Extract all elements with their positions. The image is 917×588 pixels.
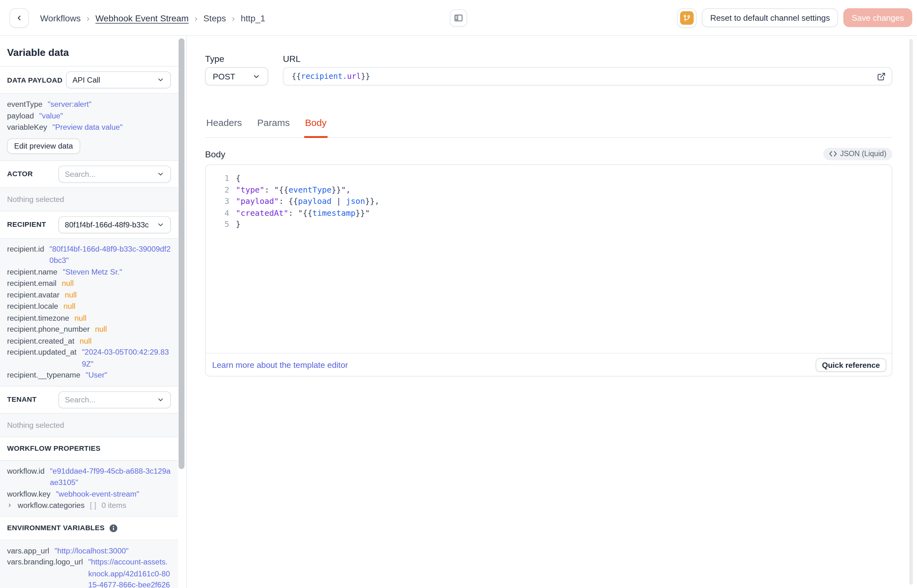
categories-bracket: [ ] [90, 500, 96, 511]
variable-row: recipient.avatarnull [0, 289, 178, 300]
code-token: }}" [356, 208, 370, 217]
variable-value: null [74, 312, 171, 323]
reset-channel-settings-button[interactable]: Reset to default channel settings [702, 8, 838, 27]
commit-badge [680, 11, 694, 24]
recipient-fields-block: recipient.id"80f1f4bf-166d-48f9-b33c-390… [0, 238, 178, 386]
code-token: {{ [292, 72, 301, 81]
code-line: 1{ [206, 173, 892, 184]
template-panel-footer: Learn more about the template editor Qui… [206, 353, 892, 376]
variable-value: null [95, 323, 171, 335]
code-token: } [236, 220, 241, 229]
actor-row: ACTOR Search... [0, 160, 178, 187]
code-line-content: "createdAt": "{{timestamp}}" [236, 207, 370, 219]
code-token: "type" [236, 185, 265, 194]
variable-row: workflow.key"webhook-event-stream" [0, 488, 178, 500]
chevron-right-icon [7, 503, 13, 508]
variable-key: variableKey [7, 121, 47, 133]
code-token: "payload" [236, 196, 279, 206]
url-value: {{recipient.url}} [292, 72, 370, 81]
data-payload-select[interactable]: API Call [66, 71, 171, 88]
code-icon [829, 151, 836, 157]
back-button[interactable] [10, 8, 29, 27]
type-select[interactable]: POST [205, 67, 268, 86]
tenant-label: TENANT [7, 396, 37, 404]
variable-key: workflow.id [7, 465, 45, 477]
variable-value: "e91ddae4-7f99-45cb-a688-3c129aae3105" [50, 465, 171, 488]
code-token: eventType [288, 185, 331, 194]
variable-key: workflow.categories [18, 500, 84, 511]
variable-key: recipient.locale [7, 300, 58, 312]
recipient-select[interactable]: 80f1f4bf-166d-48f9-b33c [58, 216, 171, 233]
top-bar: Workflows›Webhook Event Stream›Steps›htt… [0, 0, 917, 36]
language-badge: JSON (Liquid) [823, 148, 892, 160]
code-line-content: "type": "{{eventType}}", [236, 184, 350, 196]
variable-row: recipient.__typename"User" [0, 369, 178, 381]
breadcrumb-item[interactable]: Webhook Event Stream [95, 13, 189, 23]
tenant-row: TENANT Search... [0, 386, 178, 414]
chevron-left-icon [15, 14, 23, 21]
workflow-fields-block: workflow.id"e91ddae4-7f99-45cb-a688-3c12… [0, 460, 178, 516]
code-token: }}, [365, 196, 379, 206]
variable-key: recipient.updated_at [7, 346, 77, 358]
code-line: 2"type": "{{eventType}}", [206, 184, 892, 196]
app-window: Workflows›Webhook Event Stream›Steps›htt… [0, 0, 917, 588]
variable-key: recipient.timezone [7, 312, 69, 323]
variable-value: "Preview data value" [52, 121, 171, 133]
tab-params[interactable]: Params [256, 118, 291, 138]
variable-key: eventType [7, 98, 43, 110]
expand-editor-button[interactable] [877, 72, 886, 81]
recipient-row: RECIPIENT 80f1f4bf-166d-48f9-b33c [0, 212, 178, 238]
variable-value: "Steven Metz Sr." [63, 266, 171, 278]
info-icon[interactable] [109, 523, 118, 532]
variable-row: vars.branding.logo_url"https://account-a… [0, 556, 178, 588]
variable-value: null [62, 278, 171, 289]
variable-value: "server:alert" [48, 98, 171, 110]
tab-body[interactable]: Body [304, 118, 328, 138]
tab-headers[interactable]: Headers [205, 118, 243, 138]
workflow-categories-row[interactable]: workflow.categories[ ]0 items [0, 500, 178, 511]
code-token: : "{{ [288, 208, 312, 217]
commit-changes-button[interactable] [677, 8, 697, 27]
recipient-select-value: 80f1f4bf-166d-48f9-b33c [65, 220, 149, 229]
tenant-search-placeholder: Search... [65, 395, 95, 404]
language-badge-label: JSON (Liquid) [840, 150, 886, 158]
chevron-down-icon [157, 76, 164, 84]
line-number: 5 [206, 219, 229, 231]
code-line-content: "payload": {{payload | json}}, [236, 196, 379, 207]
panel-toggle-button[interactable] [450, 9, 467, 26]
code-token: payload [298, 196, 332, 206]
url-input[interactable]: {{recipient.url}} [283, 67, 892, 86]
edit-preview-data-button[interactable]: Edit preview data [7, 138, 80, 153]
variable-row: vars.app_url"http://localhost:3000" [0, 544, 178, 556]
variable-row: recipient.created_atnull [0, 335, 178, 346]
variable-value: null [63, 300, 171, 312]
code-editor[interactable]: 1{2"type": "{{eventType}}",3"payload": {… [206, 165, 892, 353]
tenant-search-select[interactable]: Search... [58, 391, 171, 408]
code-line: 5} [206, 219, 892, 231]
variable-value: "https://account-assets.knock.app/42d161… [88, 556, 171, 588]
code-token: }} [361, 72, 370, 81]
code-line-content: } [236, 219, 241, 231]
quick-reference-button[interactable]: Quick reference [815, 358, 886, 372]
tenant-empty-state: Nothing selected [0, 414, 178, 437]
main-scrollbar[interactable] [909, 39, 913, 585]
actor-search-select[interactable]: Search... [58, 165, 171, 182]
template-editor-link[interactable]: Learn more about the template editor [212, 360, 348, 369]
code-token: json [346, 196, 365, 206]
env-fields-block: vars.app_url"http://localhost:3000"vars.… [0, 540, 178, 588]
code-token: : "{{ [265, 185, 288, 194]
code-token: : {{ [279, 196, 298, 206]
type-select-value: POST [213, 72, 235, 81]
variable-key: recipient.email [7, 278, 57, 289]
breadcrumb-separator: › [194, 13, 197, 23]
env-fields: vars.app_url"http://localhost:3000"vars.… [0, 544, 178, 588]
code-token: "createdAt" [236, 208, 288, 217]
actor-empty-state: Nothing selected [0, 187, 178, 211]
breadcrumb: Workflows›Webhook Event Stream›Steps›htt… [40, 13, 265, 23]
save-changes-button[interactable]: Save changes [843, 8, 912, 27]
variable-value: "2024-03-05T00:42:29.839Z" [82, 346, 171, 369]
workflow-properties-heading: WORKFLOW PROPERTIES [0, 437, 178, 460]
chevron-down-icon [252, 72, 260, 81]
variable-row: workflow.id"e91ddae4-7f99-45cb-a688-3c12… [0, 465, 178, 488]
sidebar-scrollbar-thumb[interactable] [178, 38, 184, 469]
